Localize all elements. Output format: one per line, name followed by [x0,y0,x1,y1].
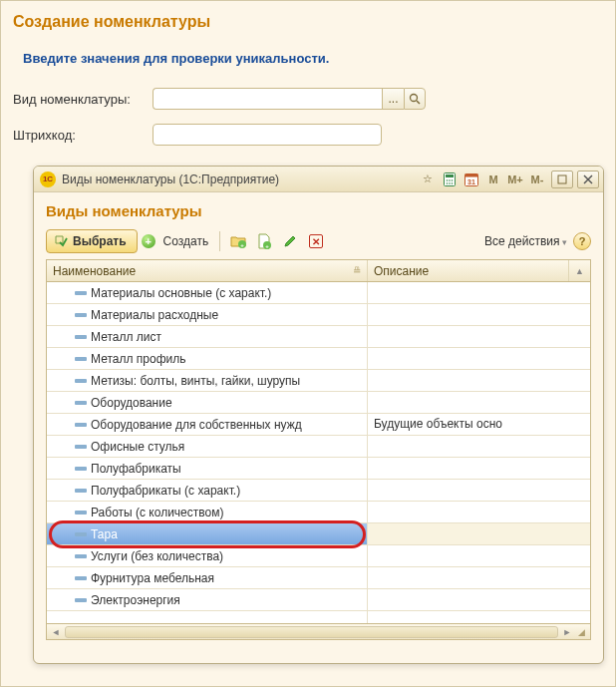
svg-text:31: 31 [467,178,475,185]
cell-desc [368,458,590,479]
item-icon [75,598,87,602]
table-row[interactable]: Работы (с количеством) [47,502,590,523]
hscroll-thumb[interactable] [65,626,558,638]
create-button[interactable]: Создать [159,234,213,248]
item-icon [75,291,87,295]
table-row[interactable]: Металл лист [47,326,590,348]
all-actions-dropdown[interactable]: Все действия [484,234,567,248]
minimize-button[interactable] [551,171,573,188]
item-icon [75,511,87,515]
item-icon [75,532,87,536]
folder-add-icon[interactable]: + [227,230,249,252]
cell-desc [368,348,590,369]
item-icon [75,379,87,383]
table-row[interactable]: Полуфабрикаты (с характ.) [47,480,590,502]
table-row[interactable]: Услуги (без количества) [47,545,590,567]
item-icon [75,335,87,339]
cell-name: Метизы: болты, винты, гайки, шурупы [47,370,368,391]
cell-name: Офисные стулья [47,436,368,457]
cell-desc [368,282,590,303]
search-icon[interactable] [404,88,426,110]
select-button[interactable]: Выбрать [46,229,138,253]
svg-rect-13 [558,175,566,183]
delete-icon[interactable]: ✕ [305,230,327,252]
scroll-right-icon[interactable]: ► [560,627,574,637]
item-icon [75,357,87,361]
cell-desc [368,502,590,522]
instruction-text: Введите значения для проверки уникальнос… [1,37,615,84]
nomenclature-input[interactable] [153,88,382,110]
nomenclature-grid: Наименование ≞ Описание ▲ Материалы осно… [46,259,591,640]
cell-name: Тара [47,523,368,544]
table-row[interactable]: Метизы: болты, винты, гайки, шурупы [47,370,590,392]
scroll-left-icon[interactable]: ◄ [49,627,63,637]
column-header-desc[interactable]: Описание [368,260,569,281]
app-logo-icon: 1C [40,172,56,187]
nomenclature-label: Вид номенклатуры: [13,92,153,107]
calculator-icon[interactable] [440,171,460,188]
item-icon [75,423,87,427]
cell-name: Оборудование для собственных нужд [47,414,368,435]
cell-desc [368,589,590,610]
memory-mminus-button[interactable]: M- [527,171,547,188]
cell-name: Полуфабрикаты (с характ.) [47,480,368,501]
cell-name: Оборудование [47,392,368,413]
cell-desc [368,436,590,457]
cell-name: Материалы основные (с характ.) [47,282,368,303]
column-header-name[interactable]: Наименование ≞ [47,260,368,281]
svg-point-7 [447,182,449,184]
memory-m-button[interactable]: M [483,171,503,188]
cell-name: Фурнитура мебельная [47,567,368,588]
item-icon [75,313,87,317]
plus-icon[interactable]: + [142,234,155,248]
svg-point-6 [452,179,454,181]
barcode-input[interactable] [153,124,382,146]
favorite-icon[interactable]: ☆ [418,171,438,188]
memory-mplus-button[interactable]: M+ [505,171,525,188]
barcode-label: Штрихкод: [13,128,153,143]
table-row[interactable]: Оборудование для собственных нуждБудущие… [47,414,590,436]
close-button[interactable] [577,171,599,188]
svg-point-4 [447,179,449,181]
cell-name: Работы (с количеством) [47,502,368,522]
table-row[interactable]: Фурнитура мебельная [47,567,590,589]
select-icon [53,233,69,249]
nomenclature-types-dialog: 1C Виды номенклатуры (1С:Предприятие) ☆ … [33,166,604,664]
cell-desc [368,523,590,544]
table-row[interactable]: Материалы расходные [47,304,590,326]
scroll-up-icon[interactable]: ▲ [569,260,590,281]
select-button-label: Выбрать [73,234,127,248]
table-row[interactable]: Электроэнергия [47,589,590,611]
cell-name: Электроэнергия [47,589,368,610]
dialog-titlebar: 1C Виды номенклатуры (1С:Предприятие) ☆ … [34,167,603,192]
cell-desc [368,326,590,347]
table-row[interactable]: Оборудование [47,392,590,414]
dialog-caption: Виды номенклатуры [46,202,591,219]
item-icon [75,576,87,580]
dialog-title-text: Виды номенклатуры (1С:Предприятие) [62,172,418,186]
cell-desc [368,392,590,413]
item-icon [75,554,87,558]
svg-point-5 [449,179,451,181]
document-add-icon[interactable]: + [253,230,275,252]
svg-point-0 [411,95,418,102]
table-row-blank [47,611,590,623]
ellipsis-button[interactable]: ... [382,88,404,110]
cell-desc [368,370,590,391]
table-row[interactable]: Металл профиль [47,348,590,370]
item-icon [75,445,87,449]
calendar-icon[interactable]: 31 [462,171,481,188]
svg-point-8 [449,182,451,184]
table-row[interactable]: Тара [47,523,590,545]
table-row[interactable]: Материалы основные (с характ.) [47,282,590,304]
item-icon [75,467,87,471]
cell-desc [368,567,590,588]
resize-grip-icon[interactable]: ◢ [574,625,588,639]
table-row[interactable]: Офисные стулья [47,436,590,458]
table-row[interactable]: Полуфабрикаты [47,458,590,480]
dialog-toolbar: Выбрать + Создать + + ✕ Все действия ? [46,229,591,253]
help-icon[interactable]: ? [573,232,591,250]
edit-pencil-icon[interactable] [279,230,301,252]
item-icon [75,401,87,405]
sort-indicator-icon: ≞ [353,265,361,276]
